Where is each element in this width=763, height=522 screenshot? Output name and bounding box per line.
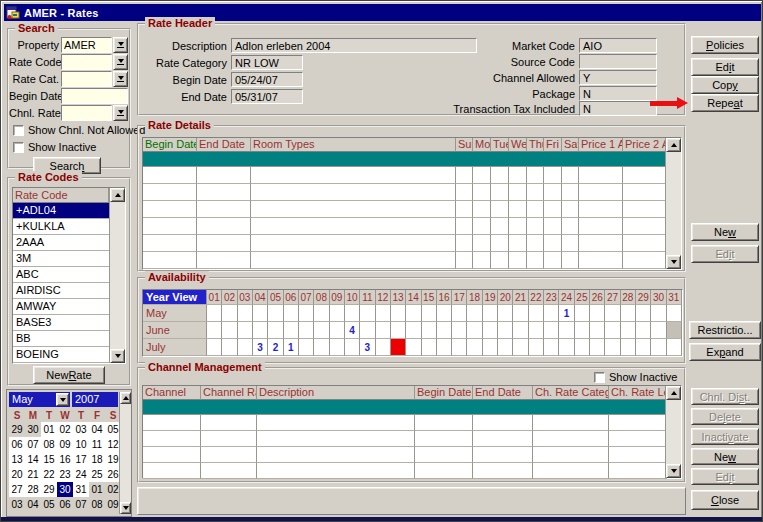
availability-cell[interactable] (544, 322, 559, 339)
availability-cell[interactable] (299, 322, 314, 339)
rate-details-cell[interactable] (197, 167, 251, 184)
availability-cell[interactable] (345, 305, 360, 322)
availability-cell[interactable] (575, 339, 590, 356)
scroll-down-button[interactable] (666, 255, 681, 269)
calendar-day[interactable]: 29 (9, 422, 25, 437)
rate-details-cell[interactable] (473, 235, 491, 252)
rate-details-cell[interactable] (456, 184, 473, 201)
month-dropdown-button[interactable] (56, 393, 69, 406)
availability-cell[interactable] (437, 305, 452, 322)
availability-cell[interactable] (299, 305, 314, 322)
titlebar[interactable]: AMER - Rates (4, 4, 761, 21)
availability-cell[interactable] (544, 305, 559, 322)
calendar-day[interactable]: 27 (9, 482, 25, 497)
policies-button[interactable]: Policies (691, 36, 759, 54)
scroll-up-button[interactable] (110, 188, 125, 202)
rate-details-cell[interactable] (456, 167, 473, 184)
rate-details-cell[interactable] (623, 218, 667, 235)
availability-cell[interactable]: 4 (345, 322, 360, 339)
rate-details-cell[interactable] (143, 184, 197, 201)
rate-details-cell[interactable] (509, 201, 527, 218)
availability-cell[interactable] (299, 339, 314, 356)
scroll-up-button[interactable] (666, 138, 681, 152)
channel-cell[interactable] (609, 415, 667, 431)
channel-cell[interactable] (473, 431, 533, 447)
channel-cell[interactable] (473, 447, 533, 463)
rate-code-item[interactable]: 3M (13, 251, 109, 267)
rate-details-cell[interactable] (544, 167, 562, 184)
delete-button[interactable]: Delete (691, 408, 759, 425)
year-view-cell[interactable]: Year View (143, 290, 207, 305)
availability-cell[interactable] (605, 305, 620, 322)
availability-cell[interactable] (483, 305, 498, 322)
repeat-button[interactable]: Repeat (691, 94, 759, 112)
rate-details-cell[interactable] (491, 167, 509, 184)
calendar-day[interactable]: 01 (41, 422, 57, 437)
availability-cell[interactable] (636, 305, 651, 322)
rate-details-cell[interactable] (143, 167, 197, 184)
rate-details-new-button[interactable]: New (691, 223, 759, 241)
availability-cell[interactable] (314, 305, 329, 322)
availability-cell[interactable] (422, 305, 437, 322)
rate-details-cell[interactable] (579, 201, 623, 218)
availability-cell[interactable] (529, 339, 544, 356)
rate-details-cell[interactable] (251, 201, 456, 218)
availability-cell[interactable] (268, 322, 283, 339)
channel-cell[interactable] (201, 447, 257, 463)
calendar-scrollbar[interactable] (119, 392, 131, 514)
channel-cell[interactable] (415, 431, 473, 447)
rate-details-cell[interactable] (562, 167, 579, 184)
rate-details-cell[interactable] (509, 235, 527, 252)
availability-cell[interactable] (667, 339, 682, 356)
channel-cell[interactable] (473, 415, 533, 431)
availability-cell[interactable] (284, 305, 299, 322)
calendar-day[interactable]: 15 (41, 452, 57, 467)
rate-details-cell[interactable] (527, 201, 544, 218)
availability-cell[interactable] (605, 339, 620, 356)
availability-cell[interactable] (636, 322, 651, 339)
channel-cell[interactable] (143, 431, 201, 447)
availability-cell[interactable] (559, 339, 574, 356)
rate-cat-input[interactable] (61, 71, 112, 87)
availability-cell[interactable] (467, 322, 482, 339)
availability-cell[interactable] (360, 305, 375, 322)
availability-cell[interactable] (222, 322, 237, 339)
availability-cell[interactable] (391, 322, 406, 339)
rate-details-cell[interactable] (544, 201, 562, 218)
rate-details-cell[interactable] (491, 218, 509, 235)
rate-details-cell[interactable] (473, 252, 491, 269)
calendar-day[interactable]: 21 (25, 467, 41, 482)
availability-cell[interactable] (498, 305, 513, 322)
rate-details-cell[interactable] (509, 252, 527, 269)
calendar-day[interactable]: 11 (89, 437, 105, 452)
availability-cell[interactable] (483, 322, 498, 339)
calendar-day[interactable]: 18 (89, 452, 105, 467)
calendar-day[interactable]: 28 (25, 482, 41, 497)
channel-cell[interactable] (143, 415, 201, 431)
rate-details-cell[interactable] (562, 252, 579, 269)
channel-cell[interactable] (533, 447, 609, 463)
availability-cell[interactable] (559, 322, 574, 339)
availability-cell[interactable] (498, 339, 513, 356)
rate-details-cell[interactable] (562, 218, 579, 235)
calendar-day[interactable]: 24 (73, 467, 89, 482)
availability-cell[interactable] (253, 322, 268, 339)
availability-cell[interactable] (590, 339, 605, 356)
rate-details-cell[interactable] (562, 201, 579, 218)
availability-cell[interactable] (513, 322, 528, 339)
rate-code-item[interactable]: +ADL04 (13, 203, 109, 219)
inactivate-button[interactable]: Inactivate (691, 428, 759, 445)
availability-cell[interactable] (330, 305, 345, 322)
availability-cell[interactable] (452, 322, 467, 339)
rate-details-edit-button[interactable]: Edit (691, 245, 759, 263)
availability-cell[interactable] (406, 322, 421, 339)
rate-code-input[interactable] (61, 54, 112, 70)
rate-details-cell[interactable] (623, 201, 667, 218)
rate-details-cell[interactable] (623, 167, 667, 184)
rate-details-cell[interactable] (562, 235, 579, 252)
availability-cell[interactable] (529, 322, 544, 339)
rate-details-cell[interactable] (473, 167, 491, 184)
calendar-day[interactable]: 02 (57, 422, 73, 437)
scroll-up-button[interactable] (120, 392, 131, 404)
calendar-day[interactable]: 04 (25, 497, 41, 512)
